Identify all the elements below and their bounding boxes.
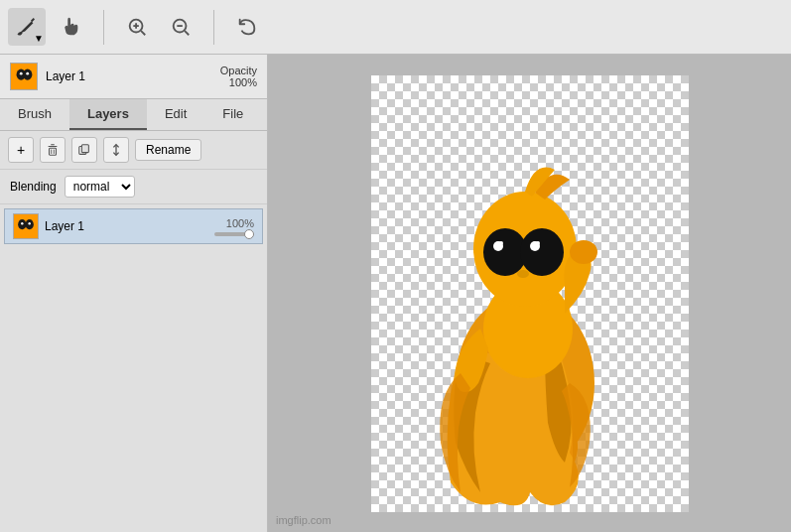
zoom-out-button[interactable]: [162, 8, 199, 46]
blending-row: Blending normal multiply screen overlay …: [0, 170, 267, 204]
tab-layers[interactable]: Layers: [69, 99, 147, 130]
layer-row-name: Layer 1: [45, 219, 208, 233]
hand-tool-button[interactable]: [52, 8, 89, 46]
svg-point-37: [517, 270, 529, 278]
top-toolbar: ▼: [0, 0, 791, 55]
character-image: [371, 75, 689, 512]
svg-line-2: [141, 31, 145, 35]
tab-brush[interactable]: Brush: [0, 99, 69, 130]
layer-opacity-slider-thumb: [244, 229, 254, 239]
layer-row[interactable]: Layer 1 100%: [4, 208, 263, 244]
svg-point-11: [20, 72, 23, 75]
layer-row-opacity: 100%: [226, 217, 254, 229]
svg-line-0: [32, 19, 35, 22]
blending-label: Blending: [10, 180, 57, 194]
rename-layer-button[interactable]: Rename: [135, 139, 201, 161]
svg-point-38: [570, 240, 597, 264]
add-layer-button[interactable]: +: [8, 137, 34, 163]
tool-group-history: [228, 8, 266, 46]
watermark: imgflip.com: [276, 514, 331, 526]
canvas-area[interactable]: imgflip.com: [268, 55, 791, 532]
tab-edit[interactable]: Edit: [147, 99, 204, 130]
svg-point-25: [28, 222, 30, 224]
layer-row-thumbnail: [13, 213, 39, 239]
move-layer-button[interactable]: [103, 137, 129, 163]
tool-group-draw: ▼: [8, 8, 89, 46]
toolbar-divider-1: [103, 10, 104, 45]
layers-list: Layer 1 100%: [0, 204, 267, 532]
layer-info-thumb: [10, 63, 38, 90]
tool-group-zoom: [118, 8, 199, 46]
svg-point-36: [536, 241, 540, 245]
nav-tabs: Brush Layers Edit File: [0, 99, 267, 131]
toolbar-divider-2: [213, 10, 214, 45]
svg-rect-13: [50, 148, 57, 155]
brush-tool-indicator: ▼: [34, 33, 44, 44]
svg-point-32: [520, 228, 564, 276]
layers-toolbar: +: [0, 131, 267, 170]
layer-opacity-label: Opacity 100%: [220, 65, 257, 88]
brush-tool-button[interactable]: ▼: [8, 8, 46, 46]
blending-select[interactable]: normal multiply screen overlay darken li…: [65, 176, 135, 198]
svg-point-24: [21, 222, 23, 224]
delete-layer-button[interactable]: [40, 137, 66, 163]
undo-button[interactable]: [228, 8, 266, 46]
svg-rect-19: [81, 145, 88, 153]
layer-info-bar: Layer 1 Opacity 100%: [0, 55, 267, 99]
canvas-container: [371, 75, 689, 512]
left-panel: Layer 1 Opacity 100% Brush Layers Edit F…: [0, 55, 268, 532]
tab-file[interactable]: File: [204, 99, 261, 130]
svg-point-35: [499, 241, 503, 245]
layer-info-name: Layer 1: [38, 69, 220, 83]
zoom-in-button[interactable]: [118, 8, 156, 46]
layer-opacity-slider[interactable]: [214, 232, 254, 236]
main-area: Layer 1 Opacity 100% Brush Layers Edit F…: [0, 55, 791, 532]
svg-point-12: [26, 72, 29, 75]
duplicate-layer-button[interactable]: [71, 137, 97, 163]
svg-line-6: [185, 31, 189, 35]
